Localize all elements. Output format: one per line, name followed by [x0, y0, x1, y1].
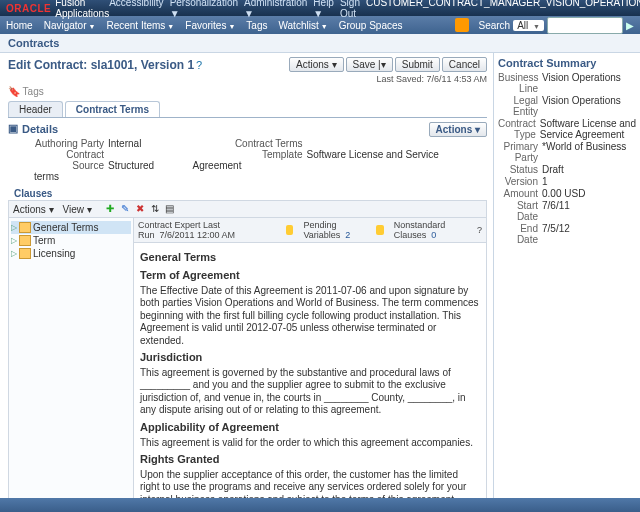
summary-value: 7/5/12 — [542, 223, 570, 245]
details-actions[interactable]: Actions ▾ — [429, 122, 487, 137]
help-icon[interactable]: ? — [477, 225, 482, 235]
nav-home[interactable]: Home — [6, 20, 33, 31]
summary-value: Vision Operations — [542, 95, 621, 117]
clause-document: General Terms Term of Agreement The Effe… — [134, 243, 486, 500]
delete-icon[interactable]: ✖ — [134, 203, 146, 215]
home-icon[interactable] — [455, 18, 469, 32]
page-title: Edit Contract: sla1001, Version 1 — [8, 58, 194, 72]
summary-value: Draft — [542, 164, 564, 175]
doc-h-jurisdiction: Jurisdiction — [140, 351, 480, 365]
summary-key: Contract Type — [498, 118, 536, 140]
nav-groups[interactable]: Group Spaces — [339, 20, 403, 31]
last-saved: Last Saved: 7/6/11 4:53 AM — [8, 74, 487, 84]
link-signout[interactable]: Sign Out — [340, 0, 360, 19]
more-icon[interactable]: ▤ — [164, 203, 176, 215]
save-button[interactable]: Save |▾ — [346, 57, 393, 72]
summary-key: End Date — [498, 223, 538, 245]
link-help[interactable]: Help ▼ — [313, 0, 334, 19]
search-scope[interactable]: All ▼ — [513, 20, 544, 31]
search-label: Search — [478, 20, 510, 31]
doc-p: This agreement is valid for the order to… — [140, 437, 480, 450]
summary-row: StatusDraft — [498, 164, 636, 175]
clauses-actions[interactable]: Actions ▾ — [13, 204, 54, 215]
summary-value: 0.00 USD — [542, 188, 585, 199]
summary-row: Legal EntityVision Operations — [498, 95, 636, 117]
nav-favorites[interactable]: Favorites▼ — [185, 20, 235, 31]
warning-icon — [286, 225, 294, 235]
doc-h-general: General Terms — [140, 251, 480, 265]
brand-logo: ORACLE — [6, 3, 51, 14]
details-disclosure-icon[interactable]: ▣ — [8, 122, 18, 135]
summary-row: Version1 — [498, 176, 636, 187]
tab-bar: Header Contract Terms — [8, 101, 487, 118]
summary-row: Primary Party*World of Business — [498, 141, 636, 163]
doc-h-term: Term of Agreement — [140, 269, 480, 283]
summary-key: Start Date — [498, 200, 538, 222]
tags-link[interactable]: 🔖 Tags — [8, 86, 487, 97]
tree-node-licensing[interactable]: ▷Licensing — [11, 247, 131, 260]
folder-icon — [19, 222, 31, 233]
nav-navigator[interactable]: Navigator▼ — [44, 20, 96, 31]
footer-bar — [0, 498, 640, 512]
summary-key: Primary Party — [498, 141, 538, 163]
clauses-view[interactable]: View ▾ — [63, 204, 92, 215]
summary-row: Business LineVision Operations — [498, 72, 636, 94]
summary-title: Contract Summary — [498, 57, 636, 69]
summary-key: Status — [498, 164, 538, 175]
warning-icon — [376, 225, 384, 235]
clauses-toolbar: Actions ▾ View ▾ ✚ ✎ ✖ ⇅ ▤ — [8, 200, 487, 218]
search-input[interactable] — [547, 17, 623, 34]
summary-key: Business Line — [498, 72, 538, 94]
summary-row: Contract TypeSoftware License and Servic… — [498, 118, 636, 140]
summary-value: 7/6/11 — [542, 200, 570, 222]
tree-node-term[interactable]: ▷Term — [11, 234, 131, 247]
clause-tree: ▷General Terms ▷Term ▷Licensing — [9, 218, 134, 500]
nav-recent[interactable]: Recent Items▼ — [106, 20, 174, 31]
link-personalization[interactable]: Personalization ▼ — [170, 0, 238, 19]
tree-node-general-terms[interactable]: ▷General Terms — [11, 221, 131, 234]
submit-button[interactable]: Submit — [395, 57, 440, 72]
cancel-button[interactable]: Cancel — [442, 57, 487, 72]
nav-watchlist[interactable]: Watchlist▼ — [278, 20, 327, 31]
summary-value: Software License and Service Agreement — [540, 118, 636, 140]
doc-p: The Effective Date of this Agreement is … — [140, 285, 480, 348]
clause-status-bar: Contract Expert Last Run 7/6/2011 12:00 … — [134, 218, 486, 243]
summary-row: End Date7/5/12 — [498, 223, 636, 245]
summary-key: Legal Entity — [498, 95, 538, 117]
actions-menu[interactable]: Actions ▾ — [289, 57, 344, 72]
details-grid: Authoring PartyInternal Contract SourceS… — [34, 138, 487, 182]
doc-h-rights: Rights Granted — [140, 453, 480, 467]
link-administration[interactable]: Administration ▼ — [244, 0, 307, 19]
clauses-title: Clauses — [14, 188, 487, 199]
doc-p: Upon the supplier acceptance of this ord… — [140, 469, 480, 500]
summary-value: 1 — [542, 176, 548, 187]
contract-summary: Contract Summary Business LineVision Ope… — [493, 53, 640, 505]
nonstandard-clauses[interactable]: Nonstandard Clauses 0 — [394, 220, 467, 240]
nav-tags[interactable]: Tags — [246, 20, 267, 31]
summary-key: Amount — [498, 188, 538, 199]
summary-value: Vision Operations — [542, 72, 621, 94]
edit-icon[interactable]: ✎ — [119, 203, 131, 215]
brand-suite: Fusion Applications — [55, 0, 109, 19]
move-icon[interactable]: ⇅ — [149, 203, 161, 215]
summary-row: Amount0.00 USD — [498, 188, 636, 199]
search-go-icon[interactable]: ▶ — [626, 20, 634, 31]
add-icon[interactable]: ✚ — [104, 203, 116, 215]
link-accessibility[interactable]: Accessibility — [109, 0, 163, 19]
doc-p: This agreement is governed by the substa… — [140, 367, 480, 417]
doc-h-applicability: Applicability of Agreement — [140, 421, 480, 435]
summary-value: *World of Business — [542, 141, 626, 163]
summary-row: Start Date7/6/11 — [498, 200, 636, 222]
folder-icon — [19, 248, 31, 259]
tab-contract-terms[interactable]: Contract Terms — [65, 101, 160, 117]
breadcrumb: Contracts — [0, 34, 640, 53]
contract-expert-status: Contract Expert Last Run 7/6/2011 12:00 … — [138, 220, 276, 240]
summary-key: Version — [498, 176, 538, 187]
folder-icon — [19, 235, 31, 246]
global-header: ORACLE Fusion Applications Accessibility… — [0, 0, 640, 16]
tab-header[interactable]: Header — [8, 101, 63, 117]
pending-variables[interactable]: Pending Variables 2 — [303, 220, 366, 240]
help-icon[interactable]: ? — [196, 59, 202, 71]
details-title: Details — [22, 123, 58, 135]
